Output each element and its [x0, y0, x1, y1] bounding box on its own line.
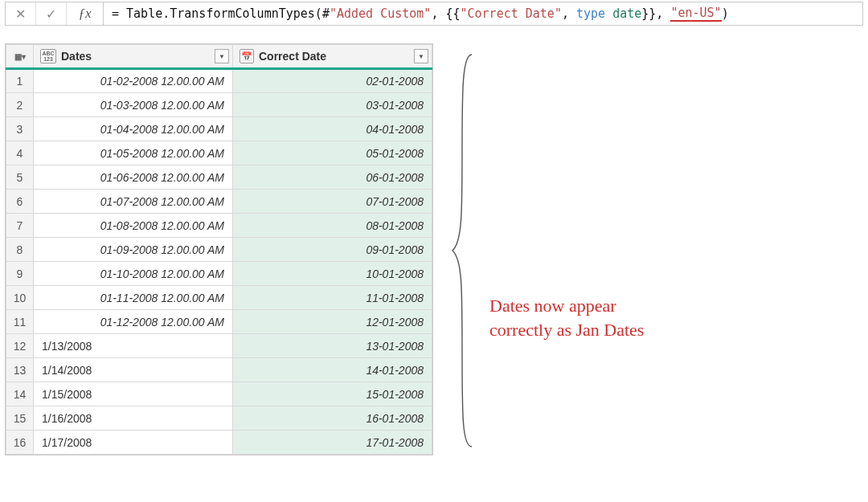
cell-dates[interactable]: 01-06-2008 12.00.00 AM: [34, 165, 233, 190]
row-number[interactable]: 6: [6, 190, 34, 214]
table-row[interactable]: 801-09-2008 12.00.00 AM09-01-2008: [6, 238, 432, 262]
cell-correct-date[interactable]: 13-01-2008: [233, 334, 432, 358]
annotation: Dates now appear correctly as Jan Dates: [448, 43, 644, 455]
cell-dates[interactable]: 1/15/2008: [34, 382, 233, 406]
table-row[interactable]: 1001-11-2008 12.00.00 AM11-01-2008: [6, 286, 432, 310]
formula-date-kw: date: [612, 6, 641, 21]
cell-dates[interactable]: 01-11-2008 12.00.00 AM: [34, 286, 233, 310]
row-number[interactable]: 3: [6, 117, 34, 141]
close-icon: ✕: [15, 6, 26, 22]
row-number[interactable]: 2: [6, 93, 34, 117]
cell-dates[interactable]: 1/16/2008: [34, 406, 233, 431]
row-number[interactable]: 1: [6, 69, 34, 93]
table-row[interactable]: 401-05-2008 12.00.00 AM05-01-2008: [6, 141, 432, 165]
cell-dates[interactable]: 01-12-2008 12.00.00 AM: [34, 310, 233, 334]
table-row[interactable]: 141/15/200815-01-2008: [6, 382, 432, 406]
table-row[interactable]: 161/17/200817-01-2008: [6, 431, 432, 455]
check-icon: ✓: [46, 6, 56, 22]
cell-dates[interactable]: 1/13/2008: [34, 334, 233, 358]
row-number[interactable]: 12: [6, 334, 34, 358]
table-row[interactable]: 201-03-2008 12.00.00 AM03-01-2008: [6, 93, 432, 117]
column-header-correct-date[interactable]: 📅 Correct Date ▼: [233, 45, 432, 69]
row-number[interactable]: 11: [6, 310, 34, 334]
row-number[interactable]: 13: [6, 358, 34, 382]
column-correct-label: Correct Date: [259, 50, 326, 63]
cell-correct-date[interactable]: 02-01-2008: [233, 69, 432, 93]
cell-correct-date[interactable]: 07-01-2008: [233, 190, 432, 214]
cell-correct-date[interactable]: 11-01-2008: [233, 286, 432, 310]
column-filter-dropdown[interactable]: ▼: [414, 49, 428, 63]
table-icon: ▦▾: [12, 49, 28, 63]
column-filter-dropdown[interactable]: ▼: [215, 49, 229, 63]
cell-dates[interactable]: 1/14/2008: [34, 358, 233, 382]
chevron-down-icon: ▼: [219, 53, 225, 60]
formula-text-prefix: = Table.TransformColumnTypes(#: [112, 6, 330, 21]
formula-bar: ✕ ✓ ƒx = Table.TransformColumnTypes(#"Ad…: [5, 2, 863, 26]
row-number[interactable]: 4: [6, 141, 34, 165]
row-number[interactable]: 16: [6, 431, 34, 455]
table-row[interactable]: 1101-12-2008 12.00.00 AM12-01-2008: [6, 310, 432, 334]
table-row[interactable]: 101-02-2008 12.00.00 AM02-01-2008: [6, 69, 432, 93]
cancel-formula-button[interactable]: ✕: [6, 2, 36, 25]
table-row[interactable]: 501-06-2008 12.00.00 AM06-01-2008: [6, 165, 432, 190]
cell-correct-date[interactable]: 12-01-2008: [233, 310, 432, 334]
curly-brace-icon: [448, 45, 480, 455]
row-number[interactable]: 10: [6, 286, 34, 310]
formula-added-custom: "Added Custom": [330, 6, 431, 21]
commit-formula-button[interactable]: ✓: [36, 2, 67, 25]
table-row[interactable]: 151/16/200816-01-2008: [6, 406, 432, 431]
column-header-dates[interactable]: ABC 123 Dates ▼: [34, 45, 233, 69]
date-type-icon: 📅: [240, 49, 254, 63]
table-row[interactable]: 701-08-2008 12.00.00 AM08-01-2008: [6, 214, 432, 238]
cell-dates[interactable]: 01-07-2008 12.00.00 AM: [34, 190, 233, 214]
table-row[interactable]: 301-04-2008 12.00.00 AM04-01-2008: [6, 117, 432, 141]
cell-correct-date[interactable]: 04-01-2008: [233, 117, 432, 141]
select-all-corner[interactable]: ▦▾: [6, 45, 34, 69]
row-number[interactable]: 8: [6, 238, 34, 262]
table-row[interactable]: 131/14/200814-01-2008: [6, 358, 432, 382]
cell-dates[interactable]: 01-02-2008 12.00.00 AM: [34, 69, 233, 93]
formula-locale: "en-US": [670, 6, 721, 22]
table-row[interactable]: 601-07-2008 12.00.00 AM07-01-2008: [6, 190, 432, 214]
row-number[interactable]: 9: [6, 262, 34, 286]
cell-correct-date[interactable]: 09-01-2008: [233, 238, 432, 262]
cell-correct-date[interactable]: 08-01-2008: [233, 214, 432, 238]
cell-correct-date[interactable]: 15-01-2008: [233, 382, 432, 406]
fx-icon: ƒx: [78, 6, 91, 22]
row-number[interactable]: 7: [6, 214, 34, 238]
row-number[interactable]: 15: [6, 406, 34, 431]
data-table: ▦▾ ABC 123 Dates ▼: [6, 44, 432, 455]
cell-dates[interactable]: 01-04-2008 12.00.00 AM: [34, 117, 233, 141]
formula-type-kw: type: [576, 6, 605, 21]
row-number[interactable]: 14: [6, 382, 34, 406]
cell-correct-date[interactable]: 17-01-2008: [233, 431, 432, 455]
cell-correct-date[interactable]: 16-01-2008: [233, 406, 432, 431]
cell-correct-date[interactable]: 06-01-2008: [233, 165, 432, 190]
cell-correct-date[interactable]: 10-01-2008: [233, 262, 432, 286]
cell-correct-date[interactable]: 05-01-2008: [233, 141, 432, 165]
annotation-line1: Dates now appear: [489, 294, 644, 318]
table-row[interactable]: 901-10-2008 12.00.00 AM10-01-2008: [6, 262, 432, 286]
formula-input[interactable]: = Table.TransformColumnTypes(#"Added Cus…: [104, 2, 862, 25]
cell-dates[interactable]: 01-05-2008 12.00.00 AM: [34, 141, 233, 165]
cell-dates[interactable]: 01-09-2008 12.00.00 AM: [34, 238, 233, 262]
cell-dates[interactable]: 01-03-2008 12.00.00 AM: [34, 93, 233, 117]
chevron-down-icon: ▼: [418, 53, 424, 60]
column-dates-label: Dates: [61, 50, 92, 63]
cell-dates[interactable]: 01-10-2008 12.00.00 AM: [34, 262, 233, 286]
row-number[interactable]: 5: [6, 165, 34, 190]
cell-dates[interactable]: 01-08-2008 12.00.00 AM: [34, 214, 233, 238]
cell-dates[interactable]: 1/17/2008: [34, 431, 233, 455]
annotation-line2: correctly as Jan Dates: [489, 318, 644, 342]
table-row[interactable]: 121/13/200813-01-2008: [6, 334, 432, 358]
formula-col-name: "Correct Date": [461, 6, 562, 21]
cell-correct-date[interactable]: 03-01-2008: [233, 93, 432, 117]
cell-correct-date[interactable]: 14-01-2008: [233, 358, 432, 382]
fx-button[interactable]: ƒx: [67, 2, 104, 25]
any-type-icon: ABC 123: [40, 49, 56, 63]
